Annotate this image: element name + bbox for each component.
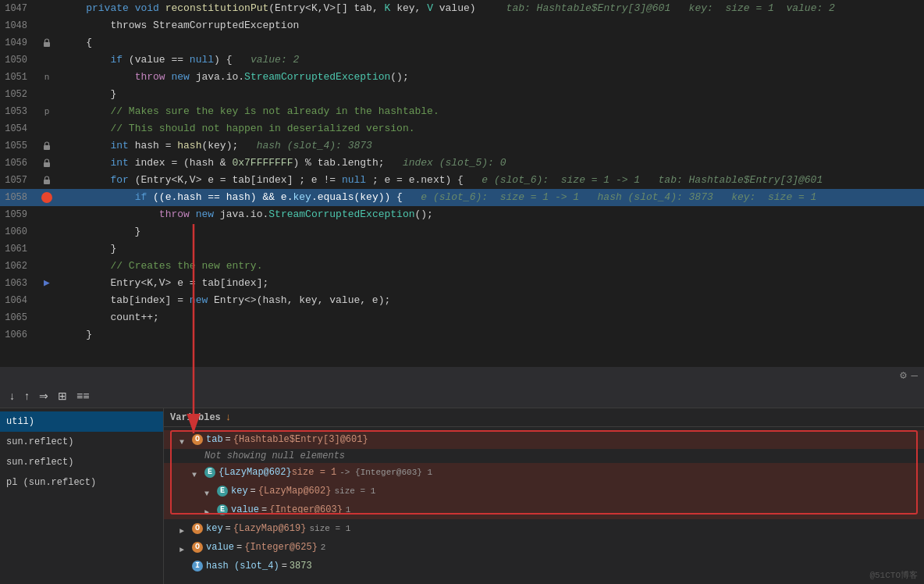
line-number: 1064 — [0, 292, 35, 309]
var-key: hash (slot_4) — [206, 558, 279, 574]
line-gutter — [35, 176, 59, 185]
line-code: Entry<K,V> e = tab[index]; — [59, 275, 924, 292]
code-line: 1051n throw new java.io.StreamCorruptedE… — [0, 69, 924, 86]
variables-arrow-icon: ↓ — [226, 411, 232, 423]
var-row[interactable]: Ihash (slot_4) = 3873 — [164, 557, 924, 575]
breakpoint-icon — [41, 192, 52, 203]
svg-rect-4 — [44, 162, 50, 167]
debug-panel: ↓ ↑ ⇒ ⊞ ≡≡ util) sun.reflect) sun.reflec… — [0, 383, 924, 584]
code-line: 1063▶ Entry<K,V> e = tab[index]; — [0, 275, 924, 292]
line-code: } — [59, 223, 924, 240]
var-tree: Otab = {Hashtable$Entry[3]@601}Not showi… — [164, 427, 924, 579]
line-gutter: p — [35, 103, 59, 120]
var-row[interactable]: Otab = {Hashtable$Entry[3]@601} — [164, 430, 924, 449]
var-row[interactable]: Ovalue = {Integer@625} 2 — [164, 538, 924, 557]
tree-arrow-icon — [204, 486, 214, 496]
code-line: 1047 private void reconstitutionPut(Entr… — [0, 0, 924, 17]
line-code: throws StreamCorruptedException — [59, 17, 924, 34]
restore-layout-btn[interactable]: ≡≡ — [73, 388, 92, 404]
var-equals: = — [251, 483, 256, 499]
line-code: { — [59, 34, 924, 52]
line-number: 1063 — [0, 275, 35, 292]
teal-var-icon: E — [204, 467, 215, 478]
tree-arrow-icon — [179, 524, 189, 533]
code-line: 1056 int index = (hash & 0x7FFFFFFF) % t… — [0, 155, 924, 172]
debug-toolbar: ↓ ↑ ⇒ ⊞ ≡≡ — [0, 383, 924, 408]
code-line: 1049 { — [0, 34, 924, 52]
var-value: {LazyMap@602} — [258, 483, 332, 499]
line-code: } — [59, 240, 924, 258]
var-value: size = 1 — [292, 465, 337, 480]
settings-icon[interactable]: ⚙ — [900, 369, 906, 382]
line-gutter — [35, 38, 59, 48]
step-into-btn[interactable]: ↓ — [6, 388, 18, 404]
tree-arrow-icon — [204, 505, 214, 515]
tree-arrow-icon — [192, 468, 201, 477]
var-value: {Integer@625} — [244, 539, 318, 555]
var-equals: = — [226, 432, 231, 447]
var-key: key — [231, 483, 248, 499]
watermark: @51CTO博客 — [869, 569, 918, 581]
teal-var-icon: E — [217, 504, 228, 515]
orange-var-icon: O — [192, 542, 203, 553]
var-value: {Integer@603} — [269, 502, 343, 518]
line-number: 1060 — [0, 223, 35, 240]
line-number: 1065 — [0, 309, 35, 326]
line-code: int hash = hash(key); hash (slot_4): 387… — [59, 137, 924, 155]
var-equals: = — [282, 558, 287, 574]
var-value: {LazyMap@619} — [233, 521, 307, 536]
var-value: {Hashtable$Entry[3]@601} — [233, 432, 368, 447]
line-number: 1066 — [0, 326, 35, 344]
var-equals: = — [226, 521, 231, 536]
debug-main: util) sun.reflect) sun.reflect) pl (sun.… — [0, 408, 924, 584]
code-line: 1054 // This should not happen in deseri… — [0, 120, 924, 137]
var-note: Not showing null elements — [164, 449, 924, 463]
var-meta: size = 1 — [309, 521, 350, 536]
var-row[interactable]: E{LazyMap@602} size = 1 -> {Integer@603}… — [164, 463, 924, 482]
code-line: 1050 if (value == null) { value: 2 — [0, 52, 924, 69]
line-number: 1047 — [0, 0, 35, 17]
var-key: {LazyMap@602} — [219, 465, 292, 480]
svg-rect-3 — [44, 145, 50, 150]
show-columns-btn[interactable]: ⊞ — [55, 388, 70, 404]
var-row[interactable]: Evalue = {Integer@603} 1 — [164, 500, 924, 519]
code-lines: 1047 private void reconstitutionPut(Entr… — [0, 0, 924, 344]
var-meta: 1 — [346, 502, 351, 518]
svg-rect-5 — [44, 180, 50, 184]
var-row[interactable]: Okey = {LazyMap@619} size = 1 — [164, 519, 924, 538]
svg-rect-2 — [44, 42, 50, 47]
line-gutter: ▶ — [35, 275, 59, 292]
line-number: 1052 — [0, 86, 35, 103]
code-line: 1058 if ((e.hash == hash) && e.key.equal… — [0, 189, 924, 206]
line-number: 1048 — [0, 17, 35, 34]
frames-panel: util) sun.reflect) sun.reflect) pl (sun.… — [0, 408, 164, 584]
code-line: 1052 } — [0, 86, 924, 103]
line-code: for (Entry<K,V> e = tab[index] ; e != nu… — [59, 172, 924, 189]
code-line: 1062 // Creates the new entry. — [0, 258, 924, 275]
line-code: throw new java.io.StreamCorruptedExcepti… — [59, 206, 924, 223]
line-number: 1056 — [0, 155, 35, 172]
frame-item[interactable]: sun.reflect) — [0, 432, 163, 452]
code-line: 1064 tab[index] = new Entry<>(hash, key,… — [0, 292, 924, 309]
var-meta: -> {Integer@603} 1 — [339, 465, 432, 480]
line-gutter — [35, 192, 59, 203]
var-equals: = — [236, 539, 242, 555]
step-out-btn[interactable]: ↑ — [21, 388, 33, 404]
var-value: 3873 — [290, 558, 312, 574]
var-key: value — [231, 502, 259, 518]
line-number: 1057 — [0, 172, 35, 189]
code-editor: 1047 private void reconstitutionPut(Entr… — [0, 0, 924, 367]
code-line: 1065 count++; — [0, 309, 924, 326]
line-number: 1062 — [0, 258, 35, 275]
var-key: key — [206, 521, 223, 536]
frame-item[interactable]: sun.reflect) — [0, 452, 163, 472]
variables-header: Variables ↓ — [164, 408, 924, 427]
frame-item[interactable]: pl (sun.reflect) — [0, 472, 163, 493]
line-number: 1059 — [0, 206, 35, 223]
var-meta: size = 1 — [334, 483, 375, 499]
var-row[interactable]: Ekey = {LazyMap@602} size = 1 — [164, 482, 924, 500]
step-over-btn[interactable]: ⇒ — [36, 388, 52, 404]
minimize-icon[interactable]: — — [912, 369, 918, 382]
frame-item[interactable]: util) — [0, 411, 163, 432]
line-code: } — [59, 86, 924, 103]
